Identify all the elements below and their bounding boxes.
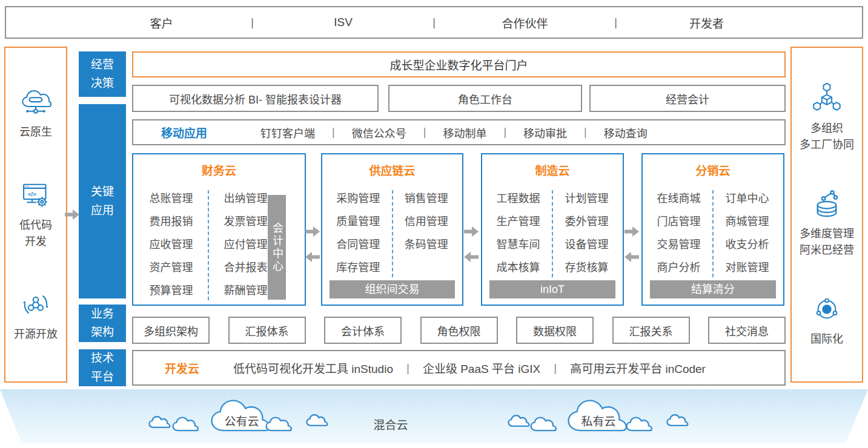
dev-cloud-bar: 开发云 低代码可视化开发工具 inStudio | 企业级 PaaS 平台 iG… xyxy=(132,350,786,386)
feature-label: 低代码 开发 xyxy=(19,217,52,250)
settlement-clearing-bar: 结算清分 xyxy=(650,280,776,298)
module-item: 总账管理 xyxy=(134,187,208,210)
supply-chain-cloud-title: 供应链云 xyxy=(322,162,462,178)
accounting-center-bar: 会计中心 xyxy=(268,195,286,300)
module-item: 条码管理 xyxy=(393,233,460,256)
separator: | xyxy=(389,16,480,29)
module-item: 信用管理 xyxy=(393,210,460,233)
small-cloud-icon xyxy=(172,417,200,433)
layer-business-decision: 经营 决策 xyxy=(79,51,126,97)
distribution-cloud-title: 分销云 xyxy=(643,162,783,178)
left-arrow-icon xyxy=(305,252,320,262)
business-architecture-row: 多组织架构 汇报体系 会计体系 角色权限 数据权限 汇报关系 社交消息 xyxy=(132,317,786,344)
small-cloud-icon xyxy=(530,417,558,433)
module-item: 应收管理 xyxy=(134,233,208,256)
arch-social-message-chip: 社交消息 xyxy=(708,317,786,344)
module-item: 库存管理 xyxy=(325,256,392,279)
feature-label: 多组织 多工厂协同 xyxy=(800,120,854,153)
layer-business-architecture: 业务 架构 xyxy=(79,305,126,342)
role-workbench-box: 角色工作台 xyxy=(388,85,582,112)
small-cloud-icon xyxy=(626,417,654,433)
module-item: 商城管理 xyxy=(714,210,781,233)
dev-item-incoder: 高可用云开发平台 inCoder xyxy=(570,360,706,376)
right-arrow-icon xyxy=(464,226,479,237)
inter-org-trade-bar: 组织间交易 xyxy=(330,280,455,298)
small-cloud-icon xyxy=(306,414,329,427)
bi-report-designer-box: 可视化数据分析 BI- 智能报表设计器 xyxy=(132,85,379,112)
iniot-bar: inIoT xyxy=(489,280,615,298)
audience-bar: 客户 | ISV | 合作伙伴 | 开发者 xyxy=(5,6,863,39)
right-feature-panel: 多组织 多工厂协同 多维度管理 阿米巴经营 xyxy=(790,47,863,383)
module-item: 存货核算 xyxy=(553,256,620,279)
arch-accounting-system-chip: 会计体系 xyxy=(324,317,402,344)
public-cloud-label: 公有云 xyxy=(210,412,274,429)
feature-label: 多维度管理 阿米巴经营 xyxy=(800,226,854,259)
separator: | xyxy=(332,126,335,139)
arch-role-permission-chip: 角色权限 xyxy=(420,317,498,344)
deployment-band: 公有云 混合云 私有云 xyxy=(0,389,868,443)
separator: | xyxy=(207,16,298,29)
module-item: 生产管理 xyxy=(485,210,552,233)
finance-cloud-title: 财务云 xyxy=(133,162,305,178)
audience-isv: ISV xyxy=(298,16,389,29)
module-item: 订单中心 xyxy=(714,187,781,210)
module-item: 交易管理 xyxy=(645,233,712,256)
module-item: 计划管理 xyxy=(553,187,620,210)
audience-partner: 合作伙伴 xyxy=(480,15,571,31)
mobile-item-query: 移动查询 xyxy=(604,125,648,140)
module-item: 对账管理 xyxy=(714,256,781,279)
small-cloud-icon xyxy=(508,415,531,428)
feature-cloud-native: 云原生 xyxy=(19,87,52,140)
globalization-icon xyxy=(810,292,843,325)
mobile-item-order: 移动制单 xyxy=(443,125,486,140)
separator: | xyxy=(584,126,587,139)
supply-chain-cloud-box: 供应链云 采购管理 质量管理 合同管理 库存管理 销售管理 信用管理 条码管理 … xyxy=(321,153,463,306)
open-source-icon xyxy=(20,289,51,320)
architecture-diagram: 客户 | ISV | 合作伙伴 | 开发者 云原生 xyxy=(0,0,868,448)
private-cloud-label: 私有云 xyxy=(566,412,631,429)
feature-amoeba-management: 多维度管理 阿米巴经营 xyxy=(800,187,854,259)
management-accounting-box: 经营会计 xyxy=(589,85,786,112)
multi-org-icon xyxy=(810,82,843,114)
module-item: 预算管理 xyxy=(134,279,208,302)
dev-cloud-label: 开发云 xyxy=(165,360,199,376)
right-arrow-icon xyxy=(305,226,320,237)
module-item: 委外管理 xyxy=(553,210,620,233)
small-cloud-icon xyxy=(265,417,293,433)
module-item: 采购管理 xyxy=(325,187,392,210)
module-item: 合同管理 xyxy=(325,233,392,256)
layer-tech-platform: 技术 平台 xyxy=(79,349,126,386)
feature-globalization: 国际化 xyxy=(810,292,843,348)
platform-portal-banner: 成长型企业数字化平台门户 xyxy=(132,51,786,77)
feature-multi-org-collab: 多组织 多工厂协同 xyxy=(800,82,854,153)
module-item: 工程数据 xyxy=(485,187,552,210)
arch-reporting-system-chip: 汇报体系 xyxy=(228,317,306,344)
audience-customer: 客户 xyxy=(116,15,207,31)
feature-label: 云原生 xyxy=(19,124,52,140)
manufacturing-cloud-box: 制造云 工程数据 生产管理 智慧车间 成本核算 计划管理 委外管理 设备管理 存… xyxy=(481,153,624,306)
feature-label: 国际化 xyxy=(810,331,843,348)
mobile-apps-bar: 移动应用 钉钉客户端 | 微信公众号 | 移动制单 | 移动审批 | 移动查询 xyxy=(132,119,786,145)
separator: | xyxy=(571,16,661,29)
module-item: 门店管理 xyxy=(645,210,712,233)
separator: | xyxy=(554,361,557,375)
arch-multi-org-chip: 多组织架构 xyxy=(132,317,210,344)
module-item: 在线商城 xyxy=(645,187,712,210)
audience-developer: 开发者 xyxy=(661,15,752,31)
module-item: 质量管理 xyxy=(325,210,392,233)
left-arrow-icon xyxy=(464,252,479,262)
manufacturing-cloud-title: 制造云 xyxy=(482,162,623,178)
multi-dimension-icon xyxy=(810,187,843,220)
left-feature-panel: 云原生 </> 低代码 开发 xyxy=(4,47,67,383)
dev-item-igix: 企业级 PaaS 平台 iGIX xyxy=(423,360,540,376)
mobile-item-wechat: 微信公众号 xyxy=(352,125,406,140)
module-item: 收支分析 xyxy=(714,233,781,256)
small-cloud-icon xyxy=(666,414,689,427)
mobile-apps-label: 移动应用 xyxy=(161,124,207,140)
arch-reporting-relation-chip: 汇报关系 xyxy=(612,317,690,344)
mobile-item-approval: 移动审批 xyxy=(523,125,567,140)
mobile-item-dingtalk: 钉钉客户端 xyxy=(260,125,315,140)
svg-text:</>: </> xyxy=(28,190,36,197)
module-item: 销售管理 xyxy=(393,187,460,210)
separator: | xyxy=(503,126,506,139)
